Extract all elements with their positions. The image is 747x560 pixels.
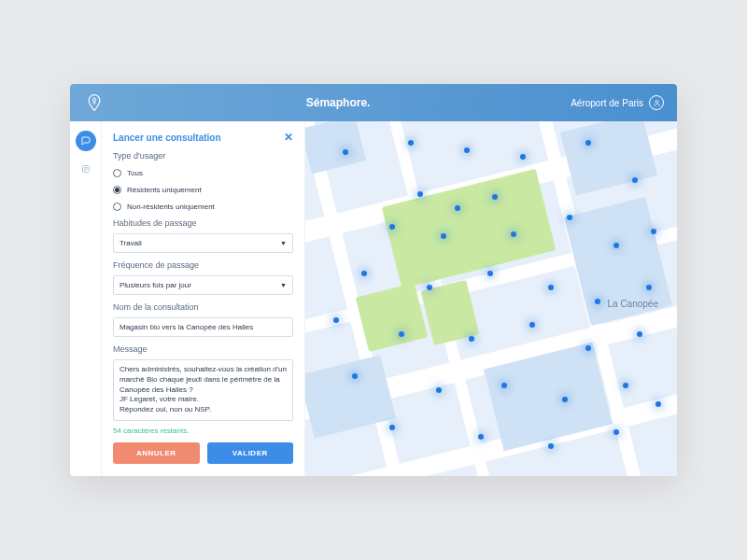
map-marker[interactable] xyxy=(613,243,619,248)
map-place-label: La Canopée xyxy=(608,299,659,309)
svg-point-1 xyxy=(655,100,658,103)
map-marker[interactable] xyxy=(333,317,339,323)
radio-icon xyxy=(113,186,121,194)
user-menu[interactable]: Aéroport de Paris xyxy=(571,95,664,110)
map-marker[interactable] xyxy=(562,397,568,402)
freq-label: Fréquence de passage xyxy=(113,260,293,270)
app-logo xyxy=(83,91,106,114)
map-marker[interactable] xyxy=(637,331,642,337)
map-marker[interactable] xyxy=(469,336,474,342)
cancel-button[interactable]: Annuler xyxy=(113,442,200,464)
map-marker[interactable] xyxy=(441,233,446,239)
radio-residents[interactable]: Résidents uniquement xyxy=(113,186,293,194)
validate-button[interactable]: Valider xyxy=(207,442,294,464)
user-type-label: Type d'usager xyxy=(113,151,293,161)
map-marker[interactable] xyxy=(436,387,442,393)
map-marker[interactable] xyxy=(529,322,535,328)
radio-non-residents[interactable]: Non-résidents uniquement xyxy=(113,203,293,211)
map-marker[interactable] xyxy=(548,285,554,290)
habit-label: Habitudes de passage xyxy=(113,218,293,228)
map-marker[interactable] xyxy=(417,191,423,197)
name-input[interactable]: Magasin bio vers la Canopée des Halles xyxy=(113,317,293,337)
map-marker[interactable] xyxy=(632,177,638,183)
map-marker[interactable] xyxy=(427,285,432,290)
map-marker[interactable] xyxy=(520,154,526,160)
habit-select[interactable]: Travail ▼ xyxy=(113,233,293,253)
header-bar: Sémaphore. Aéroport de Paris xyxy=(70,84,677,121)
map-marker[interactable] xyxy=(548,443,554,449)
map-marker[interactable] xyxy=(646,285,652,290)
map-marker[interactable] xyxy=(478,434,484,440)
map-marker[interactable] xyxy=(585,140,591,146)
map-marker[interactable] xyxy=(399,331,404,337)
message-textarea[interactable]: Chers administrés, souhaitez-vous la cré… xyxy=(113,359,293,421)
user-icon xyxy=(649,95,664,110)
panel-title: Lancer une consultation xyxy=(113,133,221,143)
close-icon[interactable]: ✕ xyxy=(284,131,293,144)
rail-list-icon[interactable] xyxy=(76,159,96,179)
map-marker[interactable] xyxy=(595,299,600,304)
radio-tous[interactable]: Tous xyxy=(113,169,293,177)
map-marker[interactable] xyxy=(567,215,572,220)
user-name: Aéroport de Paris xyxy=(571,98,643,108)
svg-point-0 xyxy=(92,98,95,101)
map-marker[interactable] xyxy=(492,194,498,200)
map-marker[interactable] xyxy=(408,140,414,146)
map-marker[interactable] xyxy=(343,149,348,155)
side-rail xyxy=(70,121,102,476)
rail-consultation-icon[interactable] xyxy=(76,131,96,151)
map-marker[interactable] xyxy=(487,271,493,276)
app-body: Lancer une consultation ✕ Type d'usager … xyxy=(70,121,677,476)
chars-remaining: 54 caractères restants. xyxy=(113,427,293,435)
map-canvas[interactable]: La Canopée xyxy=(305,121,677,476)
map-marker[interactable] xyxy=(655,401,661,407)
app-window: Sémaphore. Aéroport de Paris Lancer une … xyxy=(70,84,677,476)
map-marker[interactable] xyxy=(613,429,619,435)
map-marker[interactable] xyxy=(389,425,395,430)
map-marker[interactable] xyxy=(464,147,470,153)
name-label: Nom de la consultation xyxy=(113,302,293,312)
message-label: Message xyxy=(113,344,293,354)
map-marker[interactable] xyxy=(623,383,628,388)
form-panel: Lancer une consultation ✕ Type d'usager … xyxy=(102,121,305,476)
freq-select[interactable]: Plusieurs fois par jour ▼ xyxy=(113,275,293,295)
map-marker[interactable] xyxy=(501,383,507,388)
radio-icon xyxy=(113,169,121,177)
map-marker[interactable] xyxy=(511,231,516,237)
map-marker[interactable] xyxy=(455,205,460,211)
map-marker[interactable] xyxy=(352,373,358,379)
radio-icon xyxy=(113,203,121,211)
map-marker[interactable] xyxy=(651,229,656,234)
app-title: Sémaphore. xyxy=(106,96,571,109)
chevron-down-icon: ▼ xyxy=(280,282,287,288)
map-marker[interactable] xyxy=(361,271,367,276)
chevron-down-icon: ▼ xyxy=(280,240,287,246)
map-marker[interactable] xyxy=(389,224,395,230)
map-marker[interactable] xyxy=(585,345,591,351)
